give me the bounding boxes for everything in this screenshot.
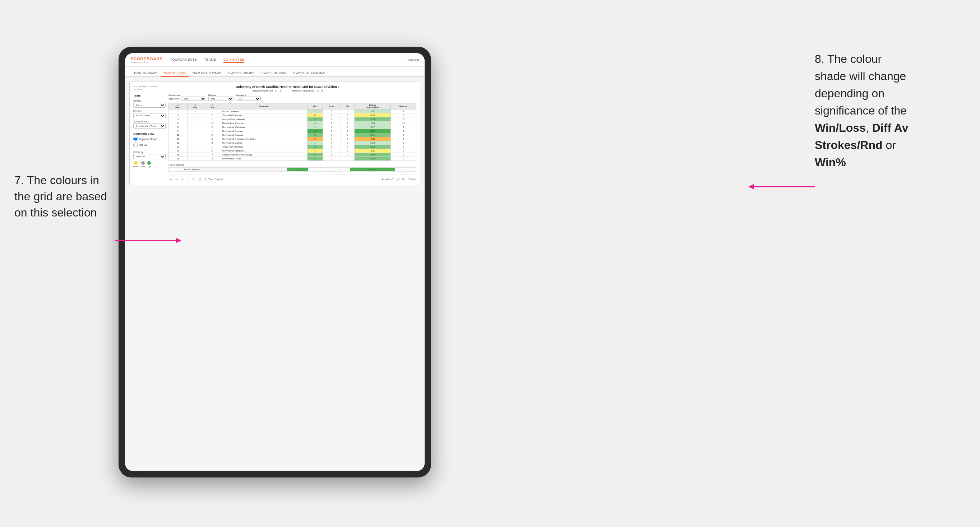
cell-rounds: 12 (391, 121, 416, 125)
cell-tie: 0 (341, 121, 354, 125)
cell-rounds: 9 (391, 149, 416, 153)
content-panels: Team Gender Men's Division NCAA Division… (133, 94, 416, 181)
cell-diff: 1.67 (354, 110, 391, 113)
undo-icon[interactable]: ↩ (169, 177, 173, 181)
cell-win: 0 (307, 137, 323, 141)
radio-top100[interactable]: Top 100 (133, 143, 165, 147)
last-updated: Last Updated: 27/03/2024 16:55:38 (133, 85, 158, 91)
cell-reg: - (188, 110, 203, 113)
cell-loss: 4 (323, 113, 341, 117)
cell-reg (188, 133, 203, 137)
nav-teams[interactable]: TEAMS (204, 57, 216, 63)
table-row: 16 2 University of Florida 3 1 0 6.62 9 (169, 157, 416, 161)
watch-btn[interactable]: 👁 Watch ▾ (382, 178, 393, 181)
tab-player-h2h-heatmap[interactable]: PLAYER H2H HEATMAP (290, 70, 328, 77)
out-of-division: Out of division NCAA Division II 1 0 0 (169, 164, 416, 171)
out-div-rounds: 3 (395, 168, 416, 171)
cell-rounds: 3 (391, 125, 416, 129)
forward-icon[interactable]: ⟩ (186, 177, 190, 181)
cell-rounds: 9 (391, 145, 416, 149)
cell-loss: 0 (323, 125, 341, 129)
cell-diff: 9.00 (354, 129, 391, 133)
nav-tournaments[interactable]: TOURNAMENTS (170, 57, 197, 63)
logo-sub: Powered by clippd (131, 61, 163, 63)
cell-conf: 1 (203, 145, 221, 149)
cell-loss: 1 (323, 137, 341, 141)
out-div-loss: 0 (308, 168, 329, 171)
cell-conf: 5 (203, 133, 221, 137)
cell-reg: - (188, 117, 203, 121)
conference-select[interactable]: (All) (181, 97, 206, 101)
cell-rank: 8 (169, 125, 188, 129)
view-original-btn[interactable]: ⬜ View: Original (204, 178, 223, 181)
table-row: 12 3 University of Virginia 1 0 0 2.33 3 (169, 141, 416, 145)
division-select[interactable]: NCAA Division I (133, 113, 165, 118)
opponent-select[interactable]: (All) (235, 97, 261, 101)
main-title: University of North Carolina Head-to-Hea… (158, 85, 416, 89)
cell-conf: 1 (203, 110, 221, 113)
legend-row: Down Level Up (133, 161, 165, 168)
legend-down-dot (134, 161, 138, 165)
school-select[interactable]: 1. University of Nort... (133, 124, 165, 129)
gender-select[interactable]: Men's (133, 103, 165, 108)
cell-reg (188, 157, 203, 161)
school-label: School (Rank) (133, 120, 165, 123)
cell-win: 1 (307, 149, 323, 153)
cell-diff: 4.50 (354, 153, 391, 157)
cell-tie: 0 (341, 125, 354, 129)
clock-icon[interactable]: 🕐 (197, 177, 202, 181)
team-section-title: Team (133, 94, 165, 97)
col-loss: Loss (323, 103, 341, 110)
cell-conf: 1 (203, 129, 221, 133)
out-div-name: NCAA Division II (183, 168, 287, 171)
cell-win: 0 (307, 113, 323, 117)
grid-btn[interactable]: ⊞ (402, 178, 404, 181)
legend-up-dot (147, 161, 151, 165)
tab-team-h2h-heatmap[interactable]: TEAM H2H HEATMAP (189, 70, 224, 77)
cell-loss: 1 (323, 110, 341, 113)
back-icon[interactable]: ⟨ (180, 177, 184, 181)
cell-rank: 13 (169, 145, 188, 149)
cell-tie: 0 (341, 110, 354, 113)
cell-win: 4 (307, 121, 323, 125)
cell-win: 3 (307, 145, 323, 149)
region-filter: Region (All) (208, 94, 234, 101)
tab-player-h2h-grid[interactable]: PLAYER H2H GRID (258, 70, 289, 77)
tableau-toolbar: ↩ ↪ ⟨ ⟩ ⟳ 🕐 ⬜ View: Original (169, 175, 416, 181)
comment-btn[interactable]: 💬 (396, 178, 399, 181)
cell-tie: 0 (341, 129, 354, 133)
tab-team-summary[interactable]: TEAM SUMMARY (131, 70, 160, 77)
toolbar-right: 👁 Watch ▾ 💬 ⊞ ↗ Share (382, 178, 416, 181)
cell-rounds: 3 (391, 141, 416, 145)
cell-opponent: University of Arizona (221, 129, 307, 133)
sign-out-link[interactable]: | Sign out (407, 58, 419, 61)
col-win: Win (307, 103, 323, 110)
colour-by-select[interactable]: Win/Loss (133, 154, 165, 159)
out-div-diff: 26.00 (350, 168, 395, 171)
nav-committee[interactable]: COMMITTEE (223, 57, 245, 63)
col-reg: #Reg (188, 103, 203, 110)
overall-record: Overall Record: 89 - 17 - 0 (252, 89, 281, 92)
opponent-view-section: Opponent View Opponents Played Top 100 (133, 132, 165, 147)
cell-win: 2 (307, 110, 323, 113)
tablet-frame: SCOREBOARD Powered by clippd TOURNAMENTS… (119, 47, 431, 478)
share-btn[interactable]: ↗ Share (407, 178, 416, 181)
region-select[interactable]: (All) (208, 97, 234, 101)
refresh-icon[interactable]: ⟳ (191, 177, 196, 181)
cell-conf: 5 (203, 149, 221, 153)
cell-rank: 2 (169, 110, 188, 113)
redo-icon[interactable]: ↪ (174, 177, 178, 181)
cell-loss: 1 (323, 117, 341, 121)
cell-opponent: University of Arkansas, Fayetteville (221, 137, 307, 141)
radio-group: Opponents Played Top 100 (133, 137, 165, 147)
cell-conf: 2 (203, 121, 221, 125)
colour-by-label: Colour by (133, 151, 165, 153)
radio-opponents-played[interactable]: Opponents Played (133, 137, 165, 141)
tab-team-h2h-grid[interactable]: TEAM H2H GRID (161, 70, 189, 77)
cell-rank: 11 (169, 137, 188, 141)
tab-player-summary[interactable]: PLAYER SUMMARY (225, 70, 257, 77)
table-row: 9 - 1 University of Arizona 1 0 0 9.00 2 (169, 129, 416, 133)
annotation-left-line2: the grid are based (14, 190, 107, 203)
cell-reg (188, 149, 203, 153)
cell-reg: - (188, 129, 203, 133)
